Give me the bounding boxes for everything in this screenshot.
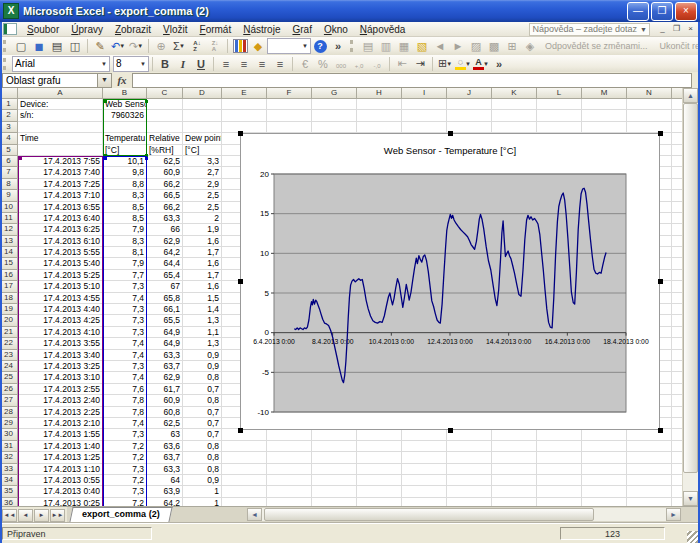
cell[interactable]: 66	[147, 224, 183, 235]
menu-item-napoveda[interactable]: Nápověda	[354, 23, 412, 36]
cell[interactable]	[582, 452, 627, 463]
cell[interactable]	[492, 110, 537, 121]
cell[interactable]	[582, 99, 627, 110]
cell[interactable]: Time	[18, 133, 103, 144]
cell[interactable]	[447, 429, 492, 440]
cell[interactable]: 7,2	[103, 475, 147, 486]
cell[interactable]	[537, 429, 582, 440]
cell[interactable]	[582, 110, 627, 121]
cell[interactable]	[357, 429, 402, 440]
currency-icon[interactable]: €	[297, 56, 313, 71]
cell[interactable]: 1,5	[183, 293, 222, 304]
column-header-d[interactable]: D	[183, 88, 222, 99]
cell[interactable]	[357, 122, 402, 133]
cell[interactable]: 67	[147, 281, 183, 292]
cell[interactable]: 1,6	[183, 236, 222, 247]
column-header-n[interactable]: N	[627, 88, 672, 99]
close-button[interactable]: ×	[675, 2, 697, 21]
column-header-m[interactable]: M	[582, 88, 627, 99]
cell[interactable]: 1,4	[183, 304, 222, 315]
cell[interactable]: 17.4.2013 4:25	[18, 315, 103, 326]
cell[interactable]	[267, 464, 312, 475]
decrease-decimal-icon[interactable]: -,0	[369, 56, 385, 71]
menu-item-soubor[interactable]: Soubor	[21, 23, 65, 36]
cell[interactable]: 0,7	[183, 407, 222, 418]
cell[interactable]	[357, 452, 402, 463]
print-icon[interactable]: ▤	[49, 39, 65, 54]
cell[interactable]: 7,2	[103, 452, 147, 463]
cell[interactable]: 7,6	[103, 384, 147, 395]
cell[interactable]	[222, 464, 267, 475]
new-document-icon[interactable]: ▢	[13, 39, 29, 54]
cell[interactable]	[267, 441, 312, 452]
cell[interactable]: 2,5	[183, 202, 222, 213]
cell[interactable]	[18, 145, 103, 156]
cell[interactable]: 17.4.2013 1:10	[18, 464, 103, 475]
cell[interactable]: 7,4	[103, 350, 147, 361]
cell[interactable]: 0,8	[183, 464, 222, 475]
cell[interactable]	[492, 464, 537, 475]
redo-icon[interactable]: ↷▼	[128, 39, 144, 54]
cell[interactable]: 2,9	[183, 179, 222, 190]
cell[interactable]: 64	[147, 475, 183, 486]
cell[interactable]: 17.4.2013 6:55	[18, 202, 103, 213]
cell[interactable]	[222, 122, 267, 133]
cell[interactable]: 17.4.2013 1:40	[18, 441, 103, 452]
cell[interactable]	[447, 486, 492, 497]
cell[interactable]: 7,2	[103, 441, 147, 452]
cell[interactable]: 62,5	[147, 156, 183, 167]
cell[interactable]: 7,4	[103, 293, 147, 304]
cell[interactable]: 64,2	[147, 498, 183, 506]
cell[interactable]	[267, 498, 312, 506]
cell[interactable]	[627, 475, 672, 486]
cell[interactable]: 0,9	[183, 350, 222, 361]
cell[interactable]: 9,8	[103, 167, 147, 178]
print-preview-icon[interactable]: ◫	[67, 39, 83, 54]
menu-item-vlozit[interactable]: Vložit	[157, 23, 193, 36]
cell[interactable]: 2,5	[183, 190, 222, 201]
cell[interactable]: 1,3	[183, 338, 222, 349]
row-header-25[interactable]: 25	[0, 372, 18, 383]
row-header-3[interactable]: 3	[0, 122, 18, 133]
cell[interactable]	[357, 110, 402, 121]
cell[interactable]	[267, 429, 312, 440]
chart-resize-handle[interactable]	[238, 279, 243, 284]
cell[interactable]: 2,7	[183, 167, 222, 178]
cell[interactable]	[627, 486, 672, 497]
scrollbar-track[interactable]	[594, 508, 666, 521]
insert-hyperlink-icon[interactable]: ⊕	[153, 39, 169, 54]
row-header-11[interactable]: 11	[0, 213, 18, 224]
cell[interactable]: 62,9	[147, 372, 183, 383]
increase-decimal-icon[interactable]: +,0	[351, 56, 367, 71]
row-header-26[interactable]: 26	[0, 384, 18, 395]
last-sheet-icon[interactable]: ►►	[50, 509, 65, 522]
cell[interactable]: 1	[183, 486, 222, 497]
cell[interactable]: Temperatu	[103, 133, 147, 144]
row-header-6[interactable]: 6	[0, 156, 18, 167]
cell[interactable]: 63,7	[147, 361, 183, 372]
column-header-l[interactable]: L	[537, 88, 582, 99]
cell[interactable]: 60,8	[147, 407, 183, 418]
cell[interactable]	[357, 475, 402, 486]
cell[interactable]: 17.4.2013 7:40	[18, 167, 103, 178]
cell[interactable]	[103, 122, 147, 133]
cell[interactable]	[267, 122, 312, 133]
cell[interactable]: 2	[183, 213, 222, 224]
cell[interactable]	[402, 429, 447, 440]
cell[interactable]	[627, 498, 672, 506]
cell[interactable]	[147, 110, 183, 121]
cell[interactable]	[312, 464, 357, 475]
chart-wizard-icon[interactable]	[232, 39, 248, 54]
formula-input[interactable]	[132, 73, 692, 88]
row-header-7[interactable]: 7	[0, 167, 18, 178]
cell[interactable]: 7,3	[103, 361, 147, 372]
cell[interactable]: 17.4.2013 3:40	[18, 350, 103, 361]
cell[interactable]: 10,1	[103, 156, 147, 167]
menu-item-format[interactable]: Formát	[194, 23, 238, 36]
cell[interactable]: 7,3	[103, 429, 147, 440]
row-header-8[interactable]: 8	[0, 179, 18, 190]
row-header-36[interactable]: 36	[0, 498, 18, 506]
cell[interactable]	[627, 441, 672, 452]
column-header-e[interactable]: E	[222, 88, 267, 99]
help-query-input[interactable]: Nápověda – zadejte dotaz ▼	[529, 23, 650, 36]
